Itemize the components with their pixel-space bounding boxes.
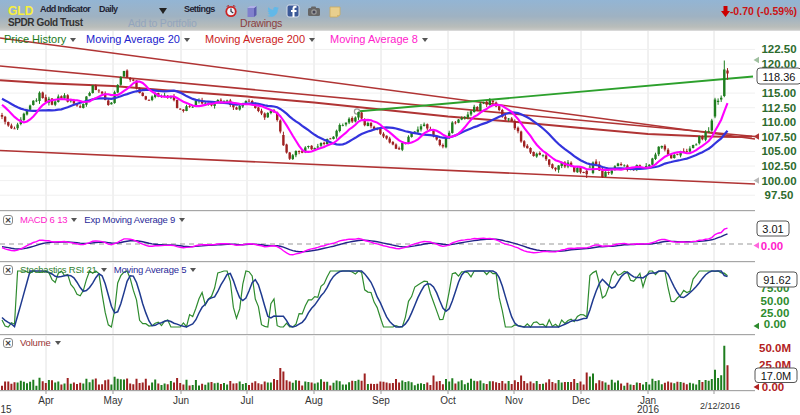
svg-text:3.01: 3.01: [762, 223, 783, 235]
svg-text:0.00: 0.00: [761, 240, 783, 252]
svg-text:112.50: 112.50: [762, 102, 797, 114]
svg-text:Sep: Sep: [372, 395, 390, 406]
svg-text:Jun: Jun: [173, 395, 189, 406]
svg-text:2/12/2016: 2/12/2016: [700, 401, 740, 411]
svg-text:May: May: [104, 395, 123, 406]
svg-text:50.00: 50.00: [761, 295, 790, 307]
svg-text:97.50: 97.50: [765, 189, 794, 201]
svg-text:Jul: Jul: [241, 395, 254, 406]
svg-text:Nov: Nov: [505, 395, 523, 406]
svg-text:100.00: 100.00: [761, 175, 796, 187]
svg-text:Oct: Oct: [440, 395, 456, 406]
svg-text:50.0M: 50.0M: [759, 342, 791, 354]
svg-text:0.00: 0.00: [764, 318, 786, 330]
svg-text:118.36: 118.36: [763, 71, 796, 83]
svg-text:15: 15: [0, 404, 12, 415]
svg-text:Aug: Aug: [305, 395, 323, 406]
svg-text:115.00: 115.00: [762, 87, 797, 99]
svg-text:Dec: Dec: [572, 395, 590, 406]
svg-text:Apr: Apr: [38, 395, 54, 406]
svg-text:110.00: 110.00: [762, 116, 797, 128]
svg-text:2016: 2016: [637, 404, 660, 415]
svg-text:105.00: 105.00: [761, 145, 796, 157]
svg-text:0.00: 0.00: [762, 381, 784, 393]
svg-text:107.50: 107.50: [761, 131, 796, 143]
svg-text:102.50: 102.50: [761, 160, 796, 172]
svg-text:122.50: 122.50: [761, 43, 796, 55]
svg-text:91.62: 91.62: [763, 274, 791, 286]
